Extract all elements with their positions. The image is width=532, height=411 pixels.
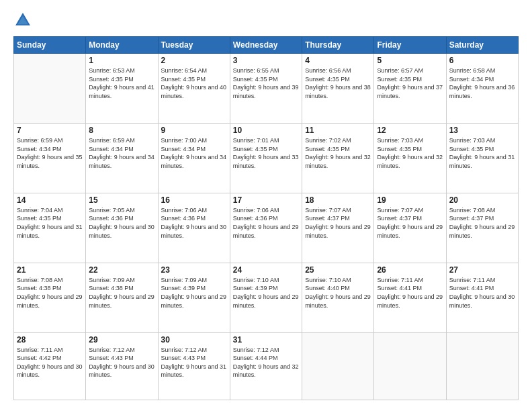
- calendar-cell: 18Sunrise: 7:07 AMSunset: 4:37 PMDayligh…: [302, 193, 374, 263]
- weekday-header-tuesday: Tuesday: [158, 37, 230, 54]
- cell-info: Sunrise: 7:08 AMSunset: 4:38 PMDaylight:…: [17, 276, 83, 310]
- calendar-cell: 20Sunrise: 7:08 AMSunset: 4:37 PMDayligh…: [446, 193, 518, 263]
- cell-info: Sunrise: 7:12 AMSunset: 4:43 PMDaylight:…: [89, 346, 154, 379]
- calendar-cell: 7Sunrise: 6:59 AMSunset: 4:34 PMDaylight…: [14, 123, 86, 193]
- day-number: 8: [89, 126, 154, 135]
- cell-info: Sunrise: 7:06 AMSunset: 4:36 PMDaylight:…: [233, 206, 299, 240]
- calendar-cell: 2Sunrise: 6:54 AMSunset: 4:35 PMDaylight…: [158, 54, 230, 124]
- day-number: 10: [233, 126, 299, 135]
- calendar-cell: 23Sunrise: 7:09 AMSunset: 4:39 PMDayligh…: [158, 263, 230, 332]
- cell-info: Sunrise: 7:09 AMSunset: 4:38 PMDaylight:…: [89, 276, 154, 310]
- calendar-cell: 21Sunrise: 7:08 AMSunset: 4:38 PMDayligh…: [14, 263, 86, 332]
- cell-info: Sunrise: 7:11 AMSunset: 4:41 PMDaylight:…: [377, 276, 443, 310]
- cell-info: Sunrise: 7:00 AMSunset: 4:34 PMDaylight:…: [161, 136, 227, 170]
- calendar-cell: 10Sunrise: 7:01 AMSunset: 4:35 PMDayligh…: [230, 123, 302, 193]
- calendar-cell: [374, 332, 446, 400]
- calendar-cell: 31Sunrise: 7:12 AMSunset: 4:44 PMDayligh…: [230, 332, 302, 400]
- cell-info: Sunrise: 7:03 AMSunset: 4:35 PMDaylight:…: [449, 136, 515, 170]
- calendar-cell: [302, 332, 374, 400]
- cell-info: Sunrise: 6:59 AMSunset: 4:34 PMDaylight:…: [17, 136, 83, 170]
- calendar-cell: 28Sunrise: 7:11 AMSunset: 4:42 PMDayligh…: [14, 332, 86, 400]
- cell-info: Sunrise: 7:07 AMSunset: 4:37 PMDaylight:…: [377, 206, 443, 240]
- weekday-header-friday: Friday: [374, 37, 446, 54]
- week-row-3: 14Sunrise: 7:04 AMSunset: 4:35 PMDayligh…: [14, 193, 519, 263]
- day-number: 6: [449, 56, 515, 65]
- calendar-cell: 5Sunrise: 6:57 AMSunset: 4:35 PMDaylight…: [374, 54, 446, 124]
- day-number: 18: [305, 195, 371, 205]
- page: SundayMondayTuesdayWednesdayThursdayFrid…: [0, 0, 532, 411]
- calendar-cell: 19Sunrise: 7:07 AMSunset: 4:37 PMDayligh…: [374, 193, 446, 263]
- day-number: 21: [17, 265, 83, 275]
- day-number: 1: [89, 56, 154, 65]
- week-row-5: 28Sunrise: 7:11 AMSunset: 4:42 PMDayligh…: [14, 332, 519, 400]
- calendar-cell: 17Sunrise: 7:06 AMSunset: 4:36 PMDayligh…: [230, 193, 302, 263]
- cell-info: Sunrise: 7:01 AMSunset: 4:35 PMDaylight:…: [233, 136, 299, 170]
- calendar-cell: 11Sunrise: 7:02 AMSunset: 4:35 PMDayligh…: [302, 123, 374, 193]
- cell-info: Sunrise: 7:12 AMSunset: 4:44 PMDaylight:…: [233, 346, 299, 379]
- day-number: 3: [233, 56, 299, 65]
- calendar-cell: 25Sunrise: 7:10 AMSunset: 4:40 PMDayligh…: [302, 263, 374, 332]
- weekday-header-saturday: Saturday: [446, 37, 518, 54]
- weekday-header-row: SundayMondayTuesdayWednesdayThursdayFrid…: [14, 37, 519, 54]
- day-number: 30: [161, 335, 227, 345]
- calendar-cell: [446, 332, 518, 400]
- day-number: 28: [17, 335, 83, 345]
- calendar-cell: 8Sunrise: 6:59 AMSunset: 4:34 PMDaylight…: [86, 123, 158, 193]
- calendar-cell: 13Sunrise: 7:03 AMSunset: 4:35 PMDayligh…: [446, 123, 518, 193]
- calendar-table: SundayMondayTuesdayWednesdayThursdayFrid…: [13, 36, 519, 400]
- cell-info: Sunrise: 6:55 AMSunset: 4:35 PMDaylight:…: [233, 66, 299, 100]
- cell-info: Sunrise: 7:03 AMSunset: 4:35 PMDaylight:…: [377, 136, 443, 170]
- calendar-cell: 29Sunrise: 7:12 AMSunset: 4:43 PMDayligh…: [86, 332, 158, 400]
- calendar-cell: 4Sunrise: 6:56 AMSunset: 4:35 PMDaylight…: [302, 54, 374, 124]
- cell-info: Sunrise: 7:10 AMSunset: 4:40 PMDaylight:…: [305, 276, 371, 310]
- day-number: 29: [89, 335, 154, 345]
- cell-info: Sunrise: 6:54 AMSunset: 4:35 PMDaylight:…: [161, 66, 227, 100]
- day-number: 15: [89, 195, 154, 205]
- calendar-cell: 14Sunrise: 7:04 AMSunset: 4:35 PMDayligh…: [14, 193, 86, 263]
- day-number: 7: [17, 126, 83, 135]
- weekday-header-wednesday: Wednesday: [230, 37, 302, 54]
- day-number: 2: [161, 56, 227, 65]
- day-number: 20: [449, 195, 515, 205]
- cell-info: Sunrise: 7:12 AMSunset: 4:43 PMDaylight:…: [161, 346, 227, 379]
- cell-info: Sunrise: 6:58 AMSunset: 4:34 PMDaylight:…: [449, 66, 515, 100]
- day-number: 19: [377, 195, 443, 205]
- day-number: 23: [161, 265, 227, 275]
- day-number: 9: [161, 126, 227, 135]
- calendar-cell: 24Sunrise: 7:10 AMSunset: 4:39 PMDayligh…: [230, 263, 302, 332]
- calendar-cell: 30Sunrise: 7:12 AMSunset: 4:43 PMDayligh…: [158, 332, 230, 400]
- calendar-cell: 15Sunrise: 7:05 AMSunset: 4:36 PMDayligh…: [86, 193, 158, 263]
- logo-icon: [13, 11, 32, 30]
- cell-info: Sunrise: 7:11 AMSunset: 4:41 PMDaylight:…: [449, 276, 515, 310]
- day-number: 16: [161, 195, 227, 205]
- calendar-cell: 12Sunrise: 7:03 AMSunset: 4:35 PMDayligh…: [374, 123, 446, 193]
- cell-info: Sunrise: 6:57 AMSunset: 4:35 PMDaylight:…: [377, 66, 443, 100]
- week-row-1: 1Sunrise: 6:53 AMSunset: 4:35 PMDaylight…: [14, 54, 519, 124]
- day-number: 24: [233, 265, 299, 275]
- day-number: 26: [377, 265, 443, 275]
- cell-info: Sunrise: 7:08 AMSunset: 4:37 PMDaylight:…: [449, 206, 515, 240]
- week-row-4: 21Sunrise: 7:08 AMSunset: 4:38 PMDayligh…: [14, 263, 519, 332]
- calendar-cell: 9Sunrise: 7:00 AMSunset: 4:34 PMDaylight…: [158, 123, 230, 193]
- day-number: 14: [17, 195, 83, 205]
- cell-info: Sunrise: 7:11 AMSunset: 4:42 PMDaylight:…: [17, 346, 83, 379]
- calendar-cell: 27Sunrise: 7:11 AMSunset: 4:41 PMDayligh…: [446, 263, 518, 332]
- cell-info: Sunrise: 7:04 AMSunset: 4:35 PMDaylight:…: [17, 206, 83, 240]
- calendar-cell: 26Sunrise: 7:11 AMSunset: 4:41 PMDayligh…: [374, 263, 446, 332]
- cell-info: Sunrise: 7:10 AMSunset: 4:39 PMDaylight:…: [233, 276, 299, 310]
- day-number: 5: [377, 56, 443, 65]
- weekday-header-monday: Monday: [86, 37, 158, 54]
- logo: [13, 11, 35, 30]
- cell-info: Sunrise: 6:53 AMSunset: 4:35 PMDaylight:…: [89, 66, 154, 100]
- day-number: 17: [233, 195, 299, 205]
- day-number: 25: [305, 265, 371, 275]
- day-number: 27: [449, 265, 515, 275]
- cell-info: Sunrise: 7:06 AMSunset: 4:36 PMDaylight:…: [161, 206, 227, 240]
- header: [13, 11, 519, 30]
- calendar-cell: 1Sunrise: 6:53 AMSunset: 4:35 PMDaylight…: [86, 54, 158, 124]
- calendar-cell: 16Sunrise: 7:06 AMSunset: 4:36 PMDayligh…: [158, 193, 230, 263]
- day-number: 11: [305, 126, 371, 135]
- week-row-2: 7Sunrise: 6:59 AMSunset: 4:34 PMDaylight…: [14, 123, 519, 193]
- day-number: 12: [377, 126, 443, 135]
- cell-info: Sunrise: 6:56 AMSunset: 4:35 PMDaylight:…: [305, 66, 371, 100]
